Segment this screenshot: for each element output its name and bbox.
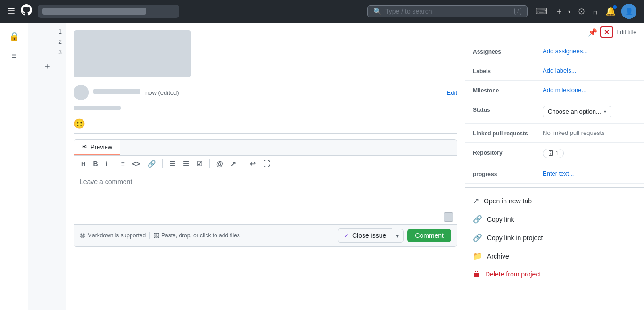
toolbar-separator-4 <box>243 159 243 168</box>
mention-button[interactable]: @ <box>214 159 225 169</box>
issue-content-area: now (edited) Edit 🙂 👁 Preview H B I <box>66 23 465 310</box>
list-item-2[interactable]: 2 <box>28 37 66 47</box>
sidebar-lock-icon[interactable]: 🔒 <box>6 28 22 44</box>
create-new-dropdown[interactable]: ▾ <box>566 7 572 16</box>
open-in-new-tab-item[interactable]: ↗ Open in new tab <box>465 192 644 210</box>
svg-text:👤: 👤 <box>625 8 634 16</box>
terminal-button[interactable]: ⌨ <box>533 4 549 18</box>
assignees-label: Assignees <box>473 48 539 55</box>
pull-requests-button[interactable]: ⑃ <box>591 5 600 18</box>
editor-toolbar: H B I ≡ <> 🔗 ☰ ☰ ☑ @ ↗ ↩ ⛶ <box>74 156 457 172</box>
close-issue-dropdown-button[interactable]: ▾ <box>392 229 404 243</box>
milestone-value[interactable]: Add milestone... <box>543 86 586 93</box>
linked-pr-label: Linked pull requests <box>473 129 539 137</box>
resize-handle[interactable] <box>444 212 453 222</box>
edit-title-label: Edit title <box>616 29 636 35</box>
assignees-value[interactable]: Add assignees... <box>543 48 588 55</box>
fullscreen-button[interactable]: ⛶ <box>261 159 272 169</box>
toolbar-separator-1 <box>114 159 114 168</box>
labels-value[interactable]: Add labels... <box>543 67 577 74</box>
repository-section: Repository 🗄 1 <box>465 143 644 164</box>
search-bar[interactable]: 🔍 Type / to search / <box>367 5 528 17</box>
search-kbd-shortcut: / <box>514 8 521 15</box>
file-attach-area[interactable]: 🖼 Paste, drop, or click to add files <box>149 232 240 239</box>
italic-button[interactable]: I <box>103 159 110 169</box>
repository-badge[interactable]: 🗄 1 <box>543 149 564 158</box>
status-label: Status <box>473 106 539 113</box>
sidebar-filter-icon[interactable]: ≡ <box>8 48 19 64</box>
commenter-name-placeholder <box>93 89 140 96</box>
left-sidebar: 🔒 ≡ <box>0 23 28 310</box>
linked-pr-section: Linked pull requests No linked pull requ… <box>465 124 644 143</box>
close-panel-button[interactable]: ✕ <box>600 26 613 38</box>
notification-dot <box>613 5 617 9</box>
delete-from-project-item[interactable]: 🗑 Delete from project <box>465 265 644 283</box>
archive-item[interactable]: 📁 Archive <box>465 247 644 265</box>
toolbar-separator-2 <box>162 159 163 168</box>
top-navigation: ☰ 🔍 Type / to search / ⌨ ＋ ▾ ⊙ ⑃ 🔔 👤 <box>0 0 644 23</box>
pin-icon[interactable]: 📌 <box>588 28 597 37</box>
close-issue-icon: ✓ <box>344 232 349 239</box>
quote-button[interactable]: ≡ <box>118 159 127 169</box>
heading-button[interactable]: H <box>79 159 88 169</box>
search-placeholder-text: Type / to search <box>385 8 511 15</box>
copy-link-label: Copy link <box>487 216 514 223</box>
section-divider <box>74 133 457 134</box>
comment-submit-button[interactable]: Comment <box>407 229 451 242</box>
undo-button[interactable]: ↩ <box>248 159 258 169</box>
toolbar-separator-3 <box>209 159 210 168</box>
comment-editor: 👁 Preview H B I ≡ <> 🔗 ☰ ☰ ☑ @ ↗ <box>74 139 457 247</box>
archive-label: Archive <box>487 252 509 260</box>
repository-label: Repository <box>473 149 539 156</box>
notifications-button[interactable]: 🔔 <box>603 4 618 18</box>
copy-link-in-project-label: Copy link in project <box>487 234 543 242</box>
close-issue-button[interactable]: ✓ Close issue <box>338 228 392 243</box>
issues-button[interactable]: ⊙ <box>576 4 587 18</box>
code-button[interactable]: <> <box>130 159 142 169</box>
delete-icon: 🗑 <box>473 270 480 278</box>
issue-header-image <box>74 30 191 77</box>
main-layout: 🔒 ≡ 1 2 3 ＋ now (edited) Edit 🙂 <box>28 23 644 310</box>
delete-from-project-label: Delete from project <box>485 270 541 278</box>
commenter-avatar <box>74 85 89 100</box>
comment-text-area[interactable]: Leave a comment <box>74 172 457 210</box>
repo-title-bar <box>38 5 179 18</box>
labels-section: Labels Add labels... <box>465 61 644 81</box>
status-caret-icon: ▾ <box>604 109 606 114</box>
unordered-list-button[interactable]: ☰ <box>167 159 178 169</box>
file-attach-label: Paste, drop, or click to add files <box>161 232 240 239</box>
editor-tabs: 👁 Preview <box>74 140 457 156</box>
ordered-list-button[interactable]: ☰ <box>181 159 191 169</box>
milestone-label: Milestone <box>473 86 539 94</box>
tab-preview[interactable]: 👁 Preview <box>74 140 120 155</box>
edit-comment-button[interactable]: Edit <box>447 89 457 96</box>
svg-point-2 <box>74 85 89 100</box>
bold-button[interactable]: B <box>91 159 100 169</box>
user-avatar[interactable]: 👤 <box>621 4 636 19</box>
markdown-icon: Ⓜ <box>80 232 85 240</box>
task-list-button[interactable]: ☑ <box>194 159 205 169</box>
copy-link-in-project-item[interactable]: 🔗 Copy link in project <box>465 228 644 247</box>
list-item-3[interactable]: 3 <box>28 47 66 58</box>
add-item-button[interactable]: ＋ <box>28 58 66 75</box>
link-button[interactable]: 🔗 <box>145 159 158 169</box>
reference-button[interactable]: ↗ <box>228 159 239 169</box>
copy-link-item[interactable]: 🔗 Copy link <box>465 210 644 228</box>
progress-section: progress Enter text... <box>465 164 644 184</box>
status-select[interactable]: Choose an option... ▾ <box>543 106 611 117</box>
progress-input[interactable]: Enter text... <box>543 170 574 177</box>
linked-pr-value: No linked pull requests <box>543 129 605 136</box>
right-panel: 📌 ✕ Edit title Assignees Add assignees..… <box>465 23 644 310</box>
markdown-support-label: Markdown is supported <box>87 232 146 239</box>
list-item-1[interactable]: 1 <box>28 26 66 37</box>
eye-icon: 👁 <box>82 143 88 151</box>
hamburger-menu-button[interactable]: ☰ <box>8 6 15 17</box>
copy-link-icon: 🔗 <box>473 215 482 224</box>
repo-count: 1 <box>555 150 559 157</box>
comment-timestamp: now (edited) <box>145 89 179 96</box>
labels-label: Labels <box>473 67 539 75</box>
create-new-button[interactable]: ＋ <box>553 4 565 19</box>
nav-action-buttons: ⌨ ＋ ▾ ⊙ ⑃ 🔔 👤 <box>533 4 636 19</box>
external-link-icon: ↗ <box>473 196 479 205</box>
emoji-reaction-button[interactable]: 🙂 <box>66 114 465 133</box>
